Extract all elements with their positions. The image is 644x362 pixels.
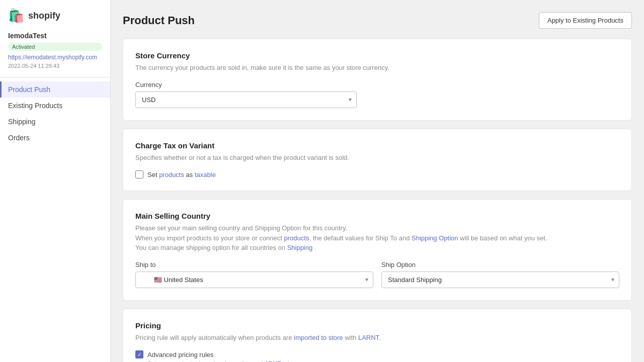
- pricing-title: Pricing: [135, 321, 619, 330]
- sidebar-shop-name: IemodaTest: [0, 32, 110, 43]
- ship-to-select-wrapper: 🇺🇸 United States 🇬🇧 United Kingdom 🇨🇦 Ca…: [135, 272, 373, 288]
- main-selling-country-title: Main Selling Country: [135, 212, 619, 220]
- apply-existing-products-button[interactable]: Apply to Existing Products: [539, 12, 632, 29]
- ship-option-select[interactable]: Standard Shipping Express Shipping Econo…: [381, 272, 619, 288]
- taxable-checkbox[interactable]: [135, 170, 143, 178]
- pricing-desc: Pricing rule will apply automatically wh…: [135, 333, 619, 343]
- larnt-link-desc: LARNT: [358, 334, 379, 341]
- store-currency-card: Store Currency The currency your product…: [123, 39, 632, 121]
- ship-to-col: Ship to 🇺🇸 United States 🇬🇧 United Kingd…: [135, 261, 373, 288]
- ship-to-select[interactable]: 🇺🇸 United States 🇬🇧 United Kingdom 🇨🇦 Ca…: [135, 272, 373, 288]
- pricing-card: Pricing Pricing rule will apply automati…: [123, 309, 632, 363]
- sidebar-divider: [0, 77, 110, 77]
- main-header: Product Push Apply to Existing Products: [123, 12, 632, 29]
- charge-tax-title: Charge Tax on Variant: [135, 141, 619, 150]
- msc-line2: When you import products to your store o…: [135, 234, 547, 242]
- charge-tax-desc: Specifies whether or not a tax is charge…: [135, 153, 619, 163]
- page-title: Product Push: [123, 14, 195, 27]
- shipping-option-link: Shipping Option: [412, 234, 458, 242]
- shipping-page-link: Shipping: [287, 244, 313, 251]
- sidebar-item-orders[interactable]: Orders: [0, 130, 110, 146]
- ship-to-option-row: Ship to 🇺🇸 United States 🇬🇧 United Kingd…: [135, 261, 619, 288]
- currency-select-wrapper: USD EUR GBP ▾: [135, 92, 357, 108]
- sidebar-item-existing-products[interactable]: Existing Products: [0, 98, 110, 114]
- store-currency-desc: The currency your products are sold in, …: [135, 63, 619, 73]
- main-selling-country-card: Main Selling Country Please set your mai…: [123, 199, 632, 301]
- charge-tax-card: Charge Tax on Variant Specifies whether …: [123, 129, 632, 192]
- currency-select[interactable]: USD EUR GBP: [135, 92, 357, 108]
- main-selling-country-desc: Please set your main selling country and…: [135, 223, 619, 253]
- sidebar-item-product-push[interactable]: Product Push: [0, 81, 110, 98]
- sidebar-logo: 🛍️ shopify: [0, 8, 110, 32]
- shopify-bag-icon: 🛍️: [8, 8, 24, 24]
- ship-option-col: Ship Option Standard Shipping Express Sh…: [381, 261, 619, 288]
- sidebar-shop-url[interactable]: https://iemodatest.myshopify.com: [0, 54, 110, 63]
- sidebar: 🛍️ shopify IemodaTest Activated https://…: [0, 0, 111, 362]
- sidebar-activated-badge: Activated: [8, 43, 102, 51]
- ship-option-label: Ship Option: [381, 261, 619, 268]
- taxable-checkbox-row[interactable]: Set products as taxable: [135, 170, 619, 178]
- ship-option-select-wrapper: Standard Shipping Express Shipping Econo…: [381, 272, 619, 288]
- taxable-label: Set products as taxable: [147, 171, 216, 178]
- products-link: products: [159, 171, 184, 178]
- sidebar-brand-label: shopify: [28, 11, 60, 21]
- advanced-pricing-checkbox[interactable]: ✓: [135, 350, 143, 358]
- connect-products-link: products: [284, 234, 309, 242]
- taxable-link: taxable: [195, 171, 216, 178]
- msc-line1: Please set your main selling country and…: [135, 224, 347, 232]
- imported-to-store-link: imported to store: [294, 334, 343, 341]
- currency-field-label: Currency: [135, 81, 619, 88]
- sidebar-item-shipping[interactable]: Shipping: [0, 114, 110, 130]
- sidebar-nav: Product Push Existing Products Shipping …: [0, 81, 110, 146]
- msc-line3: You can manage shipping option for all c…: [135, 244, 316, 251]
- main-content: Product Push Apply to Existing Products …: [111, 0, 644, 362]
- sidebar-timestamp: 2022-05-24 11:28:43: [0, 63, 110, 77]
- advanced-pricing-row[interactable]: ✓ Advanced pricing rules: [135, 350, 619, 358]
- advanced-pricing-label: Advanced pricing rules: [147, 351, 214, 358]
- ship-to-label: Ship to: [135, 261, 373, 268]
- store-currency-title: Store Currency: [135, 51, 619, 60]
